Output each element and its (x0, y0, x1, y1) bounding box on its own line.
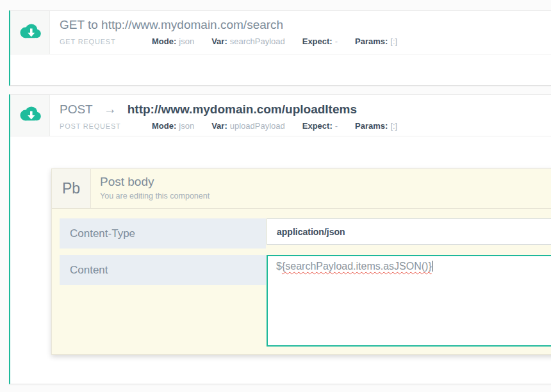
post-request-method: POST (60, 102, 93, 117)
meta-params: Params:[:] (355, 37, 397, 46)
workflow-editor-screen: GET to http://www.mydomain.com/search GE… (0, 0, 551, 392)
get-request-card[interactable]: GET to http://www.mydomain.com/search GE… (9, 10, 551, 86)
content-label: Content (60, 255, 266, 285)
content-type-label: Content-Type (60, 218, 266, 249)
get-request-type-label: GET REQUEST (60, 38, 152, 45)
meta-expect: Expect:- (302, 37, 338, 46)
arrow-right-icon: → (104, 102, 117, 117)
cloud-download-icon (18, 23, 42, 42)
post-body-editor-panel: Pb Post body You are editing this compon… (51, 168, 551, 355)
content-type-input[interactable]: application/json (267, 218, 551, 245)
meta-mode: Mode:json (152, 121, 194, 131)
post-body-subtitle: You are editing this component (100, 192, 551, 200)
post-request-url: http://www.mydomain.com/uploadItems (127, 102, 357, 117)
content-value-prefix: $ (276, 261, 282, 272)
post-request-icon-cell (10, 95, 50, 136)
content-textarea[interactable]: ${searchPayload.items.asJSON()} (267, 255, 551, 347)
meta-params: Params:[:] (355, 121, 397, 131)
meta-var: Var:uploadPayload (211, 121, 285, 131)
text-cursor (432, 261, 433, 272)
get-request-title: GET to http://www.mydomain.com/search (60, 18, 283, 32)
get-request-icon-cell (10, 11, 50, 54)
content-value-expression: {searchPayload.items.asJSON()} (282, 261, 432, 272)
get-request-card-header[interactable]: GET to http://www.mydomain.com/search GE… (10, 11, 551, 54)
meta-var: Var:searchPayload (211, 37, 285, 46)
get-request-meta-row: GET REQUEST Mode:json Var:searchPayload … (60, 37, 551, 46)
post-body-panel-header: Pb Post body You are editing this compon… (52, 169, 551, 209)
cloud-download-icon (18, 106, 42, 125)
post-request-meta-row: POST REQUEST Mode:json Var:uploadPayload… (60, 121, 551, 131)
post-body-title: Post body (100, 175, 551, 189)
post-request-type-label: POST REQUEST (60, 122, 152, 130)
meta-expect: Expect:- (302, 121, 338, 131)
post-request-card-header[interactable]: POST → http://www.mydomain.com/uploadIte… (10, 95, 551, 136)
post-body-badge: Pb (52, 169, 91, 208)
meta-mode: Mode:json (152, 37, 194, 46)
